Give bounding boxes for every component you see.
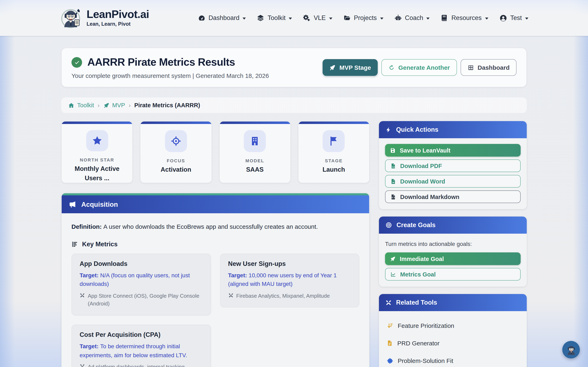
breadcrumb-label: Toolkit	[77, 102, 94, 108]
robot-icon	[394, 14, 402, 22]
metric-name: App Downloads	[80, 260, 203, 267]
tools-icon	[385, 300, 392, 306]
chevron-down-icon	[289, 17, 292, 19]
metric-card-app-downloads: App Downloads Target:N/A (focus on quali…	[71, 253, 211, 316]
breadcrumb-mvp[interactable]: MVP	[103, 102, 125, 108]
dashboard-button[interactable]: Dashboard	[460, 59, 517, 76]
svg-text:W: W	[392, 181, 394, 183]
related-tool-problem-solution-fit[interactable]: Problem-Solution Fit	[385, 352, 521, 367]
nav-item-coach[interactable]: Coach	[394, 14, 430, 22]
mascot-logo-icon	[60, 7, 82, 29]
metric-tools: Firebase Analytics, Mixpanel, Amplitude	[228, 292, 351, 300]
gears-icon	[303, 14, 311, 22]
mascot-avatar	[565, 343, 577, 356]
file-pdf-icon: PDF	[390, 163, 396, 169]
nav-item-user[interactable]: Test	[499, 14, 528, 22]
tools-icon	[80, 364, 85, 367]
mvp-stage-button[interactable]: MVP Stage	[323, 59, 378, 76]
chart-line-icon	[390, 271, 396, 277]
bullseye-icon	[385, 222, 392, 228]
generate-another-button[interactable]: Generate Another	[381, 59, 457, 76]
refresh-icon	[388, 64, 395, 71]
nav-item-toolkit[interactable]: Toolkit	[257, 14, 292, 22]
save-icon	[390, 147, 396, 153]
metric-tools: Ad platform dashboards, internal trackin…	[80, 363, 203, 367]
mvp-stage-label: MVP Stage	[339, 64, 371, 71]
breadcrumb-separator: ›	[98, 102, 99, 108]
stat-value: Activation	[161, 165, 191, 174]
star-icon	[86, 130, 108, 151]
svg-text:PDF: PDF	[392, 166, 395, 168]
chat-assistant-button[interactable]	[562, 341, 580, 359]
book-icon	[441, 14, 448, 22]
create-goals-header: Create Goals	[379, 217, 527, 234]
nav-label: Resources	[451, 14, 482, 22]
breadcrumb-toolkit[interactable]: Toolkit	[68, 102, 94, 108]
download-pdf-button[interactable]: PDF Download PDF	[385, 159, 521, 172]
brand-tagline: Lean, Learn, Pivot	[86, 21, 149, 27]
stat-card-north-star: NORTH STAR Monthly Active Users ...	[61, 121, 133, 183]
check-circle-icon	[71, 57, 82, 67]
breadcrumb: Toolkit › MVP › Pirate Metrics (AARRR)	[61, 98, 527, 113]
file-word-icon: W	[390, 178, 396, 184]
home-icon	[68, 102, 74, 108]
nav-label: Coach	[405, 14, 423, 22]
stat-accent-bar	[141, 122, 212, 124]
sort-amount-down-icon	[387, 322, 393, 329]
save-to-leanvault-button[interactable]: Save to LeanVault	[385, 144, 521, 157]
download-markdown-button[interactable]: Download Markdown	[385, 191, 521, 203]
stat-card-focus: FOCUS Activation	[140, 121, 212, 183]
related-tools-header: Related Tools	[379, 294, 527, 311]
stat-accent-bar	[219, 122, 290, 124]
breadcrumb-current: Pirate Metrics (AARRR)	[134, 102, 200, 108]
grid-icon	[467, 64, 474, 71]
tools-icon	[80, 293, 85, 308]
bar-chart-icon	[71, 241, 78, 247]
folder-open-icon	[343, 14, 351, 22]
brand-logo[interactable]: LeanPivot.ai Lean, Learn, Pivot	[60, 7, 149, 29]
metrics-goal-button[interactable]: Metrics Goal	[385, 268, 521, 281]
download-word-button[interactable]: W Download Word	[385, 175, 521, 188]
crosshair-icon	[165, 130, 187, 152]
quick-actions-panel: Quick Actions Save to LeanVault PDF Down…	[379, 121, 527, 209]
page-header-card: AARRR Pirate Metrics Results Your comple…	[61, 48, 527, 87]
immediate-goal-button[interactable]: Immediate Goal	[385, 252, 521, 265]
related-tool-prd-generator[interactable]: PRD Generator	[385, 334, 521, 352]
chevron-down-icon	[380, 17, 383, 19]
chevron-down-icon	[485, 17, 488, 19]
file-code-icon	[390, 194, 396, 200]
chevron-down-icon	[243, 17, 246, 19]
create-goals-intro: Turn metrics into actionable goals:	[385, 241, 521, 247]
key-metrics-heading: Key Metrics	[71, 240, 359, 248]
user-circle-icon	[499, 14, 507, 22]
acquisition-section-header: Acquisition	[62, 195, 369, 213]
metric-card-cpa: Cost Per Acquisition (CPA) Target:To be …	[71, 325, 211, 367]
generate-another-label: Generate Another	[398, 64, 450, 71]
rocket-icon	[103, 102, 109, 108]
page: LeanPivot.ai Lean, Learn, Pivot Dashboar…	[0, 0, 588, 367]
section-accent-bar	[62, 193, 369, 195]
metric-tools: App Store Connect (iOS), Google Play Con…	[80, 292, 203, 308]
page-title: AARRR Pirate Metrics Results	[87, 56, 235, 68]
nav-item-dashboard[interactable]: Dashboard	[198, 14, 246, 22]
stat-cards: NORTH STAR Monthly Active Users ... FOCU…	[61, 121, 370, 183]
brand-name: LeanPivot.ai	[86, 9, 149, 20]
metric-target: Target:10,000 new users by end of Year 1…	[228, 271, 351, 289]
nav-item-resources[interactable]: Resources	[441, 14, 488, 22]
related-tool-feature-prioritization[interactable]: Feature Prioritization	[385, 317, 521, 334]
chevron-down-icon	[525, 17, 528, 19]
stat-label: NORTH STAR	[80, 157, 114, 162]
nav-menu: Dashboard Toolkit VLE Projects	[198, 14, 528, 22]
nav-item-vle[interactable]: VLE	[303, 14, 332, 22]
nav-label: Test	[510, 14, 522, 22]
create-goals-panel: Create Goals Turn metrics into actionabl…	[379, 217, 527, 287]
dashboard-button-label: Dashboard	[477, 64, 510, 71]
stat-accent-bar	[62, 122, 132, 124]
quick-actions-header: Quick Actions	[379, 121, 527, 138]
related-tools-panel: Related Tools Feature Prioritization PRD…	[379, 294, 527, 367]
stat-label: MODEL	[245, 158, 264, 163]
breadcrumb-label: MVP	[112, 102, 125, 108]
nav-item-projects[interactable]: Projects	[343, 14, 383, 22]
metric-target: Target:N/A (focus on quality users, not …	[80, 271, 203, 289]
nav-label: VLE	[314, 14, 326, 22]
